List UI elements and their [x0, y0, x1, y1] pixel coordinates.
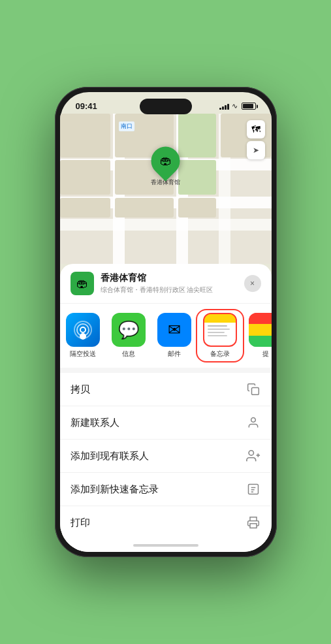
- venue-desc: 综合体育馆・香港特别行政区 油尖旺区: [101, 285, 244, 295]
- map-area[interactable]: 南口 🏟 香港体育馆 🗺 ➤: [60, 114, 272, 264]
- map-type-button[interactable]: 🗺: [247, 120, 265, 138]
- home-indicator: [60, 539, 272, 552]
- mail-label: 邮件: [168, 349, 181, 359]
- status-time: 09:41: [76, 101, 97, 111]
- print-label: 打印: [71, 517, 90, 529]
- action-list: 拷贝 新建联系人: [60, 373, 272, 539]
- messages-icon: 💬: [112, 313, 146, 347]
- svg-point-2: [249, 451, 253, 455]
- add-existing-icon: [245, 448, 261, 464]
- location-pin: 🏟 香港体育馆: [151, 146, 180, 186]
- map-type-icon: 🗺: [251, 124, 260, 135]
- quick-note-label: 添加到新快速备忘录: [71, 483, 159, 496]
- new-contact-icon: [245, 415, 261, 430]
- copy-label: 拷贝: [71, 383, 90, 396]
- dynamic-island: [140, 99, 192, 114]
- notes-label: 备忘录: [210, 349, 230, 359]
- location-arrow-icon: ➤: [253, 146, 259, 155]
- share-airdrop[interactable]: 隔空投送: [60, 310, 106, 361]
- messages-label: 信息: [122, 349, 135, 359]
- airdrop-label: 隔空投送: [70, 349, 96, 359]
- battery-icon: [242, 103, 256, 110]
- pin-circle: 🏟: [145, 140, 185, 181]
- location-button[interactable]: ➤: [247, 141, 265, 159]
- map-controls: 🗺 ➤: [247, 120, 265, 159]
- svg-rect-5: [248, 485, 258, 494]
- airdrop-icon: [66, 313, 100, 347]
- venue-icon: 🏟: [71, 272, 94, 295]
- notes-icon: [203, 313, 237, 347]
- add-existing-action[interactable]: 添加到现有联系人: [60, 440, 272, 473]
- map-north-label: 南口: [119, 121, 134, 131]
- close-button[interactable]: ×: [244, 275, 261, 292]
- new-contact-action[interactable]: 新建联系人: [60, 406, 272, 440]
- share-messages[interactable]: 💬 信息: [106, 310, 151, 361]
- wifi-icon: ∿: [232, 102, 238, 110]
- bottom-sheet: 🏟 香港体育馆 综合体育馆・香港特别行政区 油尖旺区 ×: [60, 264, 272, 552]
- copy-action[interactable]: 拷贝: [60, 373, 272, 406]
- share-mail[interactable]: ✉ 邮件: [151, 310, 197, 361]
- sheet-header: 🏟 香港体育馆 综合体育馆・香港特别行政区 油尖旺区 ×: [60, 264, 272, 304]
- stadium-icon: 🏟: [160, 154, 172, 168]
- phone-frame: 09:41 ∿: [55, 87, 277, 557]
- venue-info: 香港体育馆 综合体育馆・香港特别行政区 油尖旺区: [101, 272, 244, 295]
- share-more[interactable]: 提: [243, 310, 272, 361]
- home-bar: [133, 544, 198, 547]
- svg-rect-9: [250, 524, 257, 528]
- copy-icon: [245, 381, 261, 397]
- mail-icon: ✉: [157, 313, 191, 347]
- more-label: 提: [262, 349, 269, 359]
- close-icon: ×: [250, 279, 255, 288]
- signal-bars-icon: [219, 103, 229, 110]
- new-contact-label: 新建联系人: [71, 417, 119, 429]
- venue-name: 香港体育馆: [101, 272, 244, 284]
- svg-rect-0: [251, 388, 259, 395]
- print-action[interactable]: 打印: [60, 506, 272, 539]
- add-existing-label: 添加到现有联系人: [71, 450, 149, 462]
- share-apps-row: 隔空投送 💬 信息 ✉ 邮件: [60, 304, 272, 373]
- status-icons: ∿: [219, 102, 256, 110]
- svg-point-1: [251, 418, 255, 423]
- share-notes[interactable]: 备忘录: [197, 310, 243, 361]
- more-icon: [249, 313, 272, 347]
- quick-note-action[interactable]: 添加到新快速备忘录: [60, 473, 272, 506]
- phone-screen: 09:41 ∿: [60, 92, 272, 552]
- quick-note-icon: [245, 481, 261, 497]
- print-icon: [245, 515, 261, 530]
